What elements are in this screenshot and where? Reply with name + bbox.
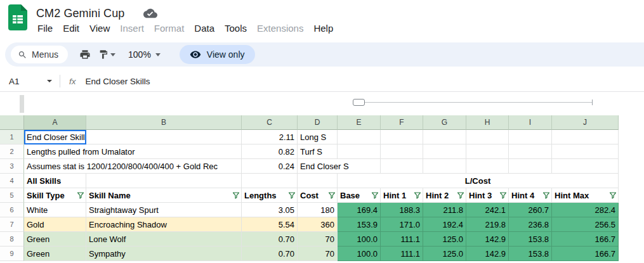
cell-D7[interactable]: 360 [298,217,338,232]
row-header-5[interactable]: 5 [0,188,24,203]
column-header-F[interactable]: F [381,115,423,130]
cell-H1[interactable] [466,130,509,144]
cell-A2[interactable]: Lengths pulled from Umalator [24,144,242,159]
cell-D5[interactable]: Cost [298,188,338,203]
cell-I2[interactable] [509,144,552,159]
cell-A7[interactable]: Gold [24,217,86,232]
cell-B4[interactable] [86,174,242,188]
cell-J9[interactable]: 166.7 [552,247,619,261]
menu-item-view[interactable]: View [84,21,115,35]
column-header-B[interactable]: B [86,115,242,130]
horizontal-scrollbar[interactable] [353,98,593,106]
cell-F8[interactable]: 111.1 [381,232,423,247]
saved-cloud-icon[interactable] [143,6,157,20]
cell-I8[interactable]: 153.8 [509,232,552,247]
row-header-9[interactable]: 9 [0,247,24,261]
cell-H7[interactable]: 219.8 [466,217,509,232]
cell-C6[interactable]: 3.05 [242,203,298,217]
menu-item-tools[interactable]: Tools [220,21,252,35]
cell-J7[interactable]: 256.5 [552,217,619,232]
menu-item-help[interactable]: Help [308,21,338,35]
cell-E9[interactable]: 100.0 [338,247,381,261]
cell-C2[interactable]: 0.82 [242,144,298,159]
cell-E2[interactable] [338,144,381,159]
cell-B8[interactable]: Lone Wolf [86,232,242,247]
filter-icon[interactable] [371,191,379,199]
cell-J8[interactable]: 166.7 [552,232,619,247]
scrollbar-handle[interactable] [353,99,365,106]
view-only-badge[interactable]: View only [180,45,255,64]
zoom-select[interactable]: 100% [128,49,161,60]
cell-J1[interactable] [552,130,619,144]
cell-A3[interactable]: Assumes stat is 1200/1200/800/400/400 + … [24,159,242,174]
column-header-D[interactable]: D [298,115,338,130]
menu-item-data[interactable]: Data [189,21,220,35]
cell-B7[interactable]: Encroaching Shadow [86,217,242,232]
cell-A8[interactable]: Green [24,232,86,247]
cell-C3[interactable]: 0.24 [242,159,298,174]
cell-F9[interactable]: 111.1 [381,247,423,261]
cell-D3[interactable]: End Closer S [298,159,381,174]
column-header-G[interactable]: G [423,115,466,130]
filter-icon[interactable] [288,191,296,199]
cell-C5[interactable]: Lengths [242,188,298,203]
cell-G5[interactable]: Hint 2 [423,188,466,203]
cell-B9[interactable]: Sympathy [86,247,242,261]
scrollbar-track[interactable] [354,102,592,103]
cell-I6[interactable]: 260.7 [509,203,552,217]
row-header-1[interactable]: 1 [0,130,24,144]
cell-J6[interactable]: 282.4 [552,203,619,217]
cell-G8[interactable]: 125.0 [423,232,466,247]
cell-A6[interactable]: White [24,203,86,217]
row-header-8[interactable]: 8 [0,232,24,247]
filter-icon[interactable] [232,191,240,199]
cell-I9[interactable]: 153.8 [509,247,552,261]
cell-D9[interactable]: 70 [298,247,338,261]
cell-C9[interactable]: 0.70 [242,247,298,261]
column-header-J[interactable]: J [552,115,619,130]
cell-F1[interactable] [381,130,423,144]
cell-E4[interactable]: L/Cost [338,174,619,188]
cell-G1[interactable] [423,130,466,144]
cell-C4[interactable] [242,174,298,188]
column-header-H[interactable]: H [466,115,509,130]
cell-I1[interactable] [509,130,552,144]
cell-G2[interactable] [423,144,466,159]
cell-H2[interactable] [466,144,509,159]
cell-E7[interactable]: 153.9 [338,217,381,232]
filter-icon[interactable] [499,191,507,199]
cell-E1[interactable] [338,130,381,144]
column-header-I[interactable]: I [509,115,552,130]
cell-B6[interactable]: Straightaway Spurt [86,203,242,217]
cell-B1[interactable] [86,130,242,144]
cell-J2[interactable] [552,144,619,159]
filter-icon[interactable] [609,191,617,199]
print-button[interactable] [77,46,93,63]
cell-J5[interactable]: Hint Max [552,188,619,203]
select-all-corner[interactable] [0,115,24,130]
filter-icon[interactable] [542,191,550,199]
cell-F5[interactable]: Hint 1 [381,188,423,203]
document-title[interactable]: CM2 Gemini Cup [36,7,124,20]
cell-H3[interactable] [466,159,509,174]
cell-F3[interactable] [381,159,423,174]
cell-D8[interactable]: 70 [298,232,338,247]
cell-E6[interactable]: 169.4 [338,203,381,217]
formula-input[interactable]: End Closer Skills [86,77,150,86]
menu-item-file[interactable]: File [32,21,58,35]
row-header-3[interactable]: 3 [0,159,24,174]
name-box[interactable]: A1 [0,77,58,86]
cell-A9[interactable]: Green [24,247,86,261]
column-header-E[interactable]: E [338,115,381,130]
paint-format-button[interactable] [98,49,115,60]
menus-search-button[interactable]: Menus [11,46,68,63]
cell-A5[interactable]: Skill Type [24,188,86,203]
filter-icon[interactable] [328,191,336,199]
cell-H9[interactable]: 142.9 [466,247,509,261]
cell-F7[interactable]: 171.0 [381,217,423,232]
cell-D2[interactable]: Turf S [298,144,338,159]
cell-D4[interactable] [298,174,338,188]
cell-G9[interactable]: 125.0 [423,247,466,261]
cell-H5[interactable]: Hint 3 [466,188,509,203]
cell-J3[interactable] [552,159,619,174]
